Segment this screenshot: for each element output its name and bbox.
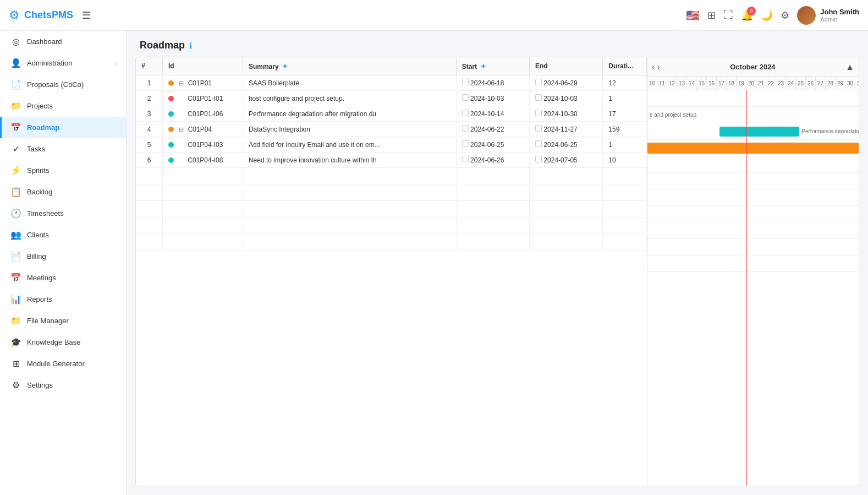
projects-icon: 📁 — [10, 101, 21, 111]
logo[interactable]: ⚙ ChetsPMS — [9, 8, 73, 23]
row-start: 2024-06-25 — [456, 137, 529, 153]
col-header-start: Start + — [456, 57, 529, 75]
status-dot-cyan — [168, 142, 174, 148]
chevron-right-icon: › — [115, 60, 117, 67]
row-id: C01P01-I06 — [162, 106, 243, 122]
date-checkbox[interactable] — [462, 79, 469, 85]
sidebar-item-billing[interactable]: 📄 Billing — [0, 246, 126, 267]
sidebar-item-settings[interactable]: ⚙ Settings — [0, 374, 126, 396]
gantt-date-cell: 18 — [727, 77, 737, 90]
collapse-button[interactable]: ⊟ — [179, 80, 184, 86]
sidebar-item-tasks[interactable]: ✓ Tasks — [0, 138, 126, 160]
dashboard-icon: ◎ — [10, 36, 21, 47]
table-row: 1 ⊟ C01P01 SAAS Boilerplate 2024-06-18 — [136, 75, 647, 91]
row-id: C01P04-I03 — [162, 137, 243, 153]
row-summary: host configure and project setup. — [243, 91, 456, 106]
sidebar-item-label: Meetings — [27, 274, 56, 282]
gantt-date-cell: 13 — [677, 77, 687, 90]
sidebar-item-proposals[interactable]: 📄 Proposals (CoCo) — [0, 74, 126, 95]
table-row-empty — [136, 234, 647, 251]
date-checkbox[interactable] — [462, 110, 469, 116]
date-checkbox[interactable] — [535, 79, 542, 85]
sidebar-item-sprints[interactable]: ⚡ Sprints — [0, 160, 126, 181]
gantt-next-button[interactable]: › — [657, 62, 660, 72]
sidebar-item-roadmap[interactable]: 📅 Roadmap — [0, 117, 126, 138]
hamburger-icon[interactable]: ☰ — [82, 9, 91, 21]
col-header-num: # — [136, 57, 162, 75]
grid-icon[interactable]: ⊞ — [707, 9, 716, 21]
gantt-scroll-up-button[interactable]: ▲ — [845, 62, 854, 72]
moon-icon[interactable]: 🌙 — [761, 9, 773, 21]
gear-icon[interactable]: ⚙ — [781, 9, 789, 21]
flag-icon[interactable]: 🇺🇸 — [686, 9, 700, 22]
date-checkbox[interactable] — [462, 140, 469, 147]
col-header-end: End — [530, 57, 603, 75]
date-checkbox[interactable] — [535, 125, 542, 132]
table-row-empty — [136, 168, 647, 184]
sidebar-item-projects[interactable]: 📁 Projects — [0, 95, 126, 117]
gantt-date-cell: 25 — [796, 77, 806, 90]
avatar — [797, 6, 816, 25]
sidebar-item-file-manager[interactable]: 📁 File Manager — [0, 310, 126, 331]
row-summary: Add field for Inquiry Email and use it o… — [243, 137, 456, 153]
sidebar-item-label: Roadmap — [27, 123, 59, 132]
gantt-nav: ‹ › October 2024 ▲ — [647, 57, 859, 77]
col-header-summary: Summary + — [243, 57, 456, 75]
sidebar-item-module-generator[interactable]: ⊞ Module Generator — [0, 353, 126, 374]
status-dot-red — [168, 96, 174, 101]
sidebar-item-label: Administration — [27, 59, 72, 67]
sidebar-item-backlog[interactable]: 📋 Backlog — [0, 181, 126, 203]
user-info[interactable]: John Smith Admin — [797, 6, 859, 25]
info-icon[interactable]: ℹ — [189, 41, 192, 50]
proposals-icon: 📄 — [10, 79, 21, 90]
gantt-date-cell: 21 — [756, 77, 766, 90]
table-row: 2 C01P01-I01 host configure and project … — [136, 91, 647, 106]
table-row-empty — [136, 217, 647, 234]
row-num: 2 — [136, 91, 162, 106]
table-row: 6 C01P04-I08 Need to improve innovation … — [136, 153, 647, 168]
sidebar-item-timesheets[interactable]: 🕐 Timesheets — [0, 203, 126, 224]
tasks-icon: ✓ — [10, 144, 21, 154]
collapse-button[interactable]: ⊟ — [179, 126, 184, 133]
gantt-resize-handle[interactable] — [647, 57, 650, 486]
row-duration: 17 — [603, 106, 647, 122]
date-checkbox[interactable] — [462, 156, 469, 162]
logo-text: ChetsPMS — [24, 9, 73, 21]
sidebar-item-label: Backlog — [27, 188, 52, 196]
expand-icon[interactable]: ⛶ — [723, 9, 733, 21]
add-start-button[interactable]: + — [479, 62, 487, 70]
notification-badge: 0 — [747, 7, 756, 15]
gantt-date-cell: 28 — [826, 77, 836, 90]
row-duration: 1 — [603, 137, 647, 153]
sidebar-item-label: Tasks — [27, 145, 45, 153]
sidebar-item-reports[interactable]: 📊 Reports — [0, 289, 126, 310]
sprints-icon: ⚡ — [10, 165, 21, 176]
date-checkbox[interactable] — [462, 94, 469, 101]
roadmap-table: # Id Summary + Start + End Durati. — [136, 57, 647, 251]
sidebar-item-label: File Manager — [27, 317, 69, 325]
sidebar-item-label: Dashboard — [27, 37, 62, 46]
today-line — [746, 90, 747, 486]
gantt-prev-button[interactable]: ‹ — [652, 62, 655, 72]
sidebar-item-knowledge-base[interactable]: 🎓 Knowledge Base — [0, 331, 126, 353]
date-checkbox[interactable] — [535, 156, 542, 162]
add-column-button[interactable]: + — [281, 62, 289, 70]
date-checkbox[interactable] — [535, 140, 542, 147]
header-right: 🇺🇸 ⊞ ⛶ 🔔 0 🌙 ⚙ John Smith Admin — [686, 6, 859, 25]
row-id: ⊟ C01P01 — [162, 75, 243, 91]
date-checkbox[interactable] — [535, 110, 542, 116]
gantt-row-5 — [647, 156, 859, 173]
sidebar-item-meetings[interactable]: 📅 Meetings — [0, 267, 126, 289]
sidebar-item-clients[interactable]: 👥 Clients — [0, 224, 126, 246]
gantt-date-cell: 19 — [737, 77, 746, 90]
row-num: 6 — [136, 153, 162, 168]
table-row-empty — [136, 184, 647, 201]
gantt-date-cell: 20 — [746, 77, 756, 90]
module-generator-icon: ⊞ — [10, 358, 21, 369]
date-checkbox[interactable] — [535, 94, 542, 101]
date-checkbox[interactable] — [462, 125, 469, 132]
sidebar-item-dashboard[interactable]: ◎ Dashboard — [0, 31, 126, 52]
notification-icon[interactable]: 🔔 0 — [741, 9, 753, 21]
table-row: 5 C01P04-I03 Add field for Inquiry Email… — [136, 137, 647, 153]
sidebar-item-administration[interactable]: 👤 Administration › — [0, 52, 126, 74]
